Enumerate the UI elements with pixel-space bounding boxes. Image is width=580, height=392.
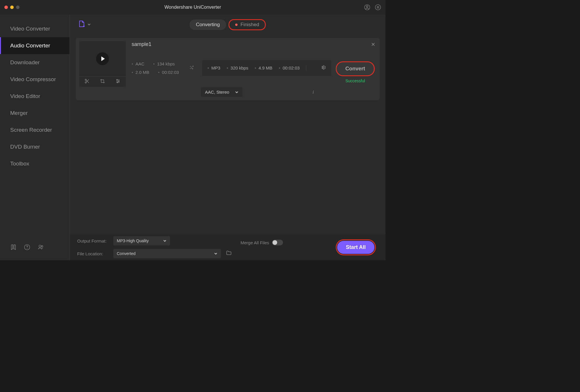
tabs: Converting Finished xyxy=(190,19,266,30)
svg-point-20 xyxy=(119,81,119,82)
sidebar-item-downloader[interactable]: Downloader xyxy=(0,54,70,71)
sidebar-item-toolbox[interactable]: Toolbox xyxy=(0,155,70,172)
minimize-window-button[interactable] xyxy=(10,6,14,9)
svg-point-1 xyxy=(366,6,368,8)
merge-area: Merge All Files xyxy=(241,240,283,245)
effects-icon[interactable] xyxy=(115,79,121,85)
add-file-icon xyxy=(79,20,85,29)
sidebar-item-audio-converter[interactable]: Audio Converter xyxy=(0,37,70,54)
play-icon xyxy=(101,56,105,61)
convert-button[interactable]: Convert xyxy=(336,61,375,76)
status-text: Successful xyxy=(345,79,365,83)
tutorial-icon[interactable] xyxy=(10,244,17,252)
tab-finished[interactable]: Finished xyxy=(229,19,266,30)
thumbnail-tools xyxy=(79,77,126,87)
chevron-down-icon xyxy=(163,239,167,243)
dest-duration: 00:02:03 xyxy=(279,65,300,70)
menu-icon[interactable] xyxy=(375,4,381,10)
body: Video Converter Audio Converter Download… xyxy=(0,15,386,260)
channel-value: AAC, Stereo xyxy=(205,90,229,95)
divider xyxy=(306,65,306,71)
output-format-select[interactable]: MP3-High Quality xyxy=(113,236,170,245)
svg-point-7 xyxy=(27,248,27,249)
gear-icon[interactable] xyxy=(320,65,326,72)
folder-icon[interactable] xyxy=(226,250,232,257)
file-location-select[interactable]: Converted xyxy=(113,249,221,258)
thumbnail[interactable] xyxy=(79,41,126,76)
app-window: Wondershare UniConverter Video Converter… xyxy=(0,0,386,260)
content-area: ✕ xyxy=(70,35,386,234)
output-format-label: Output Format: xyxy=(77,238,110,243)
svg-point-19 xyxy=(117,79,118,80)
file-location-value: Converted xyxy=(117,251,136,256)
account-icon[interactable] xyxy=(364,4,370,10)
maximize-window-button[interactable] xyxy=(16,6,20,9)
file-card: ✕ xyxy=(76,38,380,100)
file-info: sample1 AAC 134 kbps 2.0 MB 00:02:03 xyxy=(132,41,376,97)
sidebar-item-screen-recorder[interactable]: Screen Recorder xyxy=(0,122,70,138)
source-duration: 00:02:03 xyxy=(158,70,179,75)
merge-toggle[interactable] xyxy=(272,240,283,245)
dest-bitrate: 320 kbps xyxy=(227,65,248,70)
main: Converting Finished ✕ xyxy=(70,15,386,260)
source-codec: AAC xyxy=(132,61,144,66)
sidebar-item-video-editor[interactable]: Video Editor xyxy=(0,88,70,105)
sidebar-item-merger[interactable]: Merger xyxy=(0,105,70,122)
app-title: Wondershare UniConverter xyxy=(165,5,221,10)
play-button[interactable] xyxy=(96,52,109,65)
source-size: 2.0 MB xyxy=(132,70,149,75)
sidebar: Video Converter Audio Converter Download… xyxy=(0,15,70,260)
start-all-button[interactable]: Start All xyxy=(337,241,374,254)
main-header: Converting Finished xyxy=(70,15,386,35)
info-icon[interactable]: i xyxy=(312,90,314,95)
sidebar-item-dvd-burner[interactable]: DVD Burner xyxy=(0,138,70,155)
close-window-button[interactable] xyxy=(4,6,8,9)
bottom-bar: Output Format: MP3-High Quality File Loc… xyxy=(70,234,386,260)
crop-icon[interactable] xyxy=(100,79,105,85)
svg-point-12 xyxy=(85,79,86,81)
chevron-down-icon xyxy=(87,22,91,27)
file-name: sample1 xyxy=(132,41,376,47)
help-icon[interactable] xyxy=(24,244,30,252)
titlebar: Wondershare UniConverter xyxy=(0,0,386,15)
community-icon[interactable] xyxy=(38,244,44,252)
destination-box: MP3 320 kbps 4.9 MB 00:02:03 xyxy=(202,60,331,76)
file-location-label: File Location: xyxy=(77,251,110,256)
bottom-left: Output Format: MP3-High Quality File Loc… xyxy=(77,236,232,258)
sidebar-item-video-compressor[interactable]: Video Compressor xyxy=(0,71,70,88)
svg-point-21 xyxy=(117,82,118,83)
tab-converting[interactable]: Converting xyxy=(190,19,226,30)
notification-dot-icon xyxy=(235,24,238,26)
thumbnail-area xyxy=(79,41,126,97)
dest-size: 4.9 MB xyxy=(255,65,273,70)
traffic-lights xyxy=(4,6,20,9)
titlebar-right xyxy=(364,4,381,10)
sidebar-footer xyxy=(0,238,70,260)
chevron-down-icon xyxy=(235,90,238,94)
channel-dropdown[interactable]: AAC, Stereo xyxy=(201,87,243,97)
sidebar-item-video-converter[interactable]: Video Converter xyxy=(0,20,70,37)
tab-finished-label: Finished xyxy=(241,22,259,28)
dest-codec: MP3 xyxy=(207,65,220,70)
output-format-value: MP3-High Quality xyxy=(117,238,149,243)
convert-area: Convert Successful xyxy=(336,53,376,83)
add-file-button[interactable] xyxy=(79,20,91,29)
channel-row: AAC, Stereo i xyxy=(132,87,376,97)
close-icon[interactable]: ✕ xyxy=(371,41,375,48)
convert-arrow-icon xyxy=(189,65,195,72)
svg-point-9 xyxy=(41,246,43,247)
source-bitrate: 134 kbps xyxy=(153,61,175,66)
file-details-row: AAC 134 kbps 2.0 MB 00:02:03 xyxy=(132,53,376,83)
svg-point-13 xyxy=(85,82,86,83)
source-info: AAC 134 kbps 2.0 MB 00:02:03 xyxy=(132,61,179,75)
trim-icon[interactable] xyxy=(84,79,90,85)
svg-point-8 xyxy=(39,245,41,247)
start-all-highlight: Start All xyxy=(336,239,376,255)
merge-label: Merge All Files xyxy=(241,240,269,245)
chevron-down-icon xyxy=(214,252,218,255)
